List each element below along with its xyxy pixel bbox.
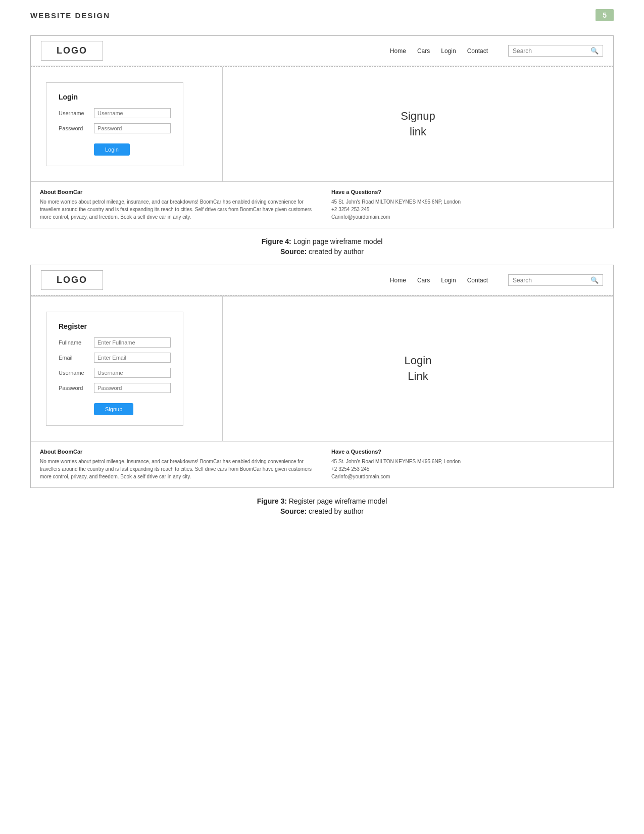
nav-home-2[interactable]: Home <box>390 277 406 284</box>
nav-links-2: Home Cars Login Contact 🔍 <box>390 274 603 286</box>
login-footer-contact-title: Have a Questions? <box>331 189 604 195</box>
register-footer-about-title: About BoomCar <box>40 449 313 455</box>
register-content-area: Register Fullname Email Username Passwor… <box>31 296 613 441</box>
nav-contact-1[interactable]: Contact <box>467 47 488 55</box>
register-footer-phone: +2 3254 253 245 <box>331 465 604 473</box>
register-right-panel: LoginLink <box>223 297 613 441</box>
nav-bar-2: LOGO Home Cars Login Contact 🔍 <box>31 265 613 296</box>
search-icon-1: 🔍 <box>590 47 599 55</box>
register-fullname-row: Fullname <box>59 337 171 348</box>
figure3-source: Source: created by author <box>0 507 644 515</box>
register-wireframe: LOGO Home Cars Login Contact 🔍 Register … <box>30 265 614 488</box>
login-username-label: Username <box>59 110 94 116</box>
login-username-input[interactable] <box>94 108 171 118</box>
figure4-source-text: created by author <box>307 248 364 256</box>
register-username-input[interactable] <box>94 368 171 378</box>
login-footer-email: Carinfo@yourdomain.com <box>331 213 604 221</box>
register-fullname-label: Fullname <box>59 339 94 346</box>
login-button[interactable]: Login <box>94 143 130 156</box>
login-footer-about-text: No more worries about petrol mileage, in… <box>40 198 313 221</box>
register-footer-address: 45 St. John's Road MILTON KEYNES MK95 6N… <box>331 458 604 465</box>
figure4-source: Source: created by author <box>0 248 644 256</box>
register-form-title: Register <box>59 322 171 330</box>
register-footer-email: Carinfo@yourdomain.com <box>331 473 604 480</box>
register-footer-left: About BoomCar No more worries about petr… <box>31 441 322 487</box>
register-fullname-input[interactable] <box>94 337 171 348</box>
figure3-caption: Figure 3: Register page wireframe model <box>0 497 644 505</box>
login-form-title: Login <box>59 93 171 101</box>
register-email-input[interactable] <box>94 353 171 363</box>
signup-link-text[interactable]: Signuplink <box>401 109 435 140</box>
figure3-source-text: created by author <box>307 507 364 515</box>
login-link-text[interactable]: LoginLink <box>405 353 432 384</box>
login-right-panel: Signuplink <box>223 67 613 181</box>
logo-1: LOGO <box>41 41 103 61</box>
login-footer-address: 45 St. John's Road MILTON KEYNES MK95 6N… <box>331 198 604 206</box>
register-footer-contact-title: Have a Questions? <box>331 449 604 455</box>
nav-bar-1: LOGO Home Cars Login Contact 🔍 <box>31 36 613 66</box>
figure4-caption-text: Login page wireframe model <box>291 237 383 246</box>
login-footer-phone: +2 3254 253 245 <box>331 206 604 213</box>
nav-login-1[interactable]: Login <box>441 47 456 55</box>
page-number-badge: 5 <box>596 9 614 21</box>
nav-contact-2[interactable]: Contact <box>467 277 488 284</box>
register-footer-about-text: No more worries about petrol mileage, in… <box>40 458 313 480</box>
login-form-box: Login Username Password Login <box>46 82 183 166</box>
page-title: WEBSITE DESIGN <box>30 11 110 20</box>
nav-cars-2[interactable]: Cars <box>417 277 430 284</box>
login-footer-left: About BoomCar No more worries about petr… <box>31 182 322 228</box>
nav-login-2[interactable]: Login <box>441 277 456 284</box>
figure4-caption: Figure 4: Login page wireframe model <box>0 237 644 246</box>
login-footer: About BoomCar No more worries about petr… <box>31 181 613 228</box>
nav-cars-1[interactable]: Cars <box>417 47 430 55</box>
register-username-row: Username <box>59 368 171 378</box>
page-header: WEBSITE DESIGN 5 <box>0 0 644 26</box>
nav-search-box-1: 🔍 <box>508 45 603 57</box>
figure4-caption-bold: Figure 4: <box>262 237 291 246</box>
login-password-row: Password <box>59 123 171 133</box>
register-password-label: Password <box>59 385 94 391</box>
register-email-label: Email <box>59 355 94 361</box>
search-icon-2: 🔍 <box>590 276 599 284</box>
register-left-panel: Register Fullname Email Username Passwor… <box>31 297 223 441</box>
register-username-label: Username <box>59 370 94 376</box>
login-footer-about-title: About BoomCar <box>40 189 313 195</box>
nav-links-1: Home Cars Login Contact 🔍 <box>390 45 603 57</box>
login-left-panel: Login Username Password Login <box>31 67 223 181</box>
search-input-2[interactable] <box>513 277 588 284</box>
register-footer: About BoomCar No more worries about petr… <box>31 441 613 487</box>
figure3-caption-text: Register page wireframe model <box>287 497 387 505</box>
register-footer-right: Have a Questions? 45 St. John's Road MIL… <box>322 441 613 487</box>
login-password-input[interactable] <box>94 123 171 133</box>
figure3-source-bold: Source: <box>280 507 307 515</box>
register-email-row: Email <box>59 353 171 363</box>
signup-button[interactable]: Signup <box>94 403 133 415</box>
search-input-1[interactable] <box>513 47 588 55</box>
login-wireframe: LOGO Home Cars Login Contact 🔍 Login Use… <box>30 35 614 228</box>
login-content-area: Login Username Password Login Signuplink <box>31 67 613 181</box>
nav-search-box-2: 🔍 <box>508 274 603 286</box>
figure4-source-bold: Source: <box>280 248 307 256</box>
login-footer-right: Have a Questions? 45 St. John's Road MIL… <box>322 182 613 228</box>
register-password-row: Password <box>59 383 171 393</box>
register-password-input[interactable] <box>94 383 171 393</box>
figure3-caption-bold: Figure 3: <box>257 497 287 505</box>
nav-home-1[interactable]: Home <box>390 47 406 55</box>
login-username-row: Username <box>59 108 171 118</box>
login-password-label: Password <box>59 125 94 131</box>
logo-2: LOGO <box>41 270 103 290</box>
register-form-box: Register Fullname Email Username Passwor… <box>46 312 183 426</box>
